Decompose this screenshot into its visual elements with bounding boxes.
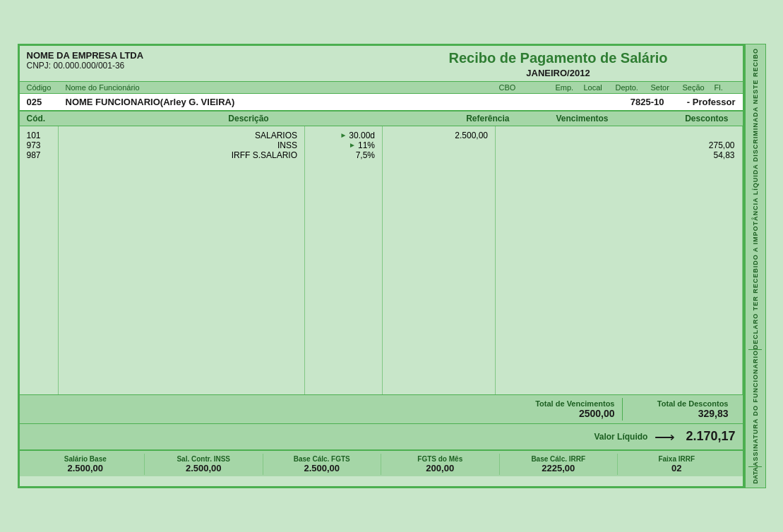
footer-sal-contr-inss: Sal. Contr. INSS 2.500,00 xyxy=(145,454,263,475)
col-label-nome: Nome do Funcionário xyxy=(66,83,499,92)
item-ref-0: ►30.00d xyxy=(312,131,375,140)
footer-faixa-irrf-label: Faixa IRRF xyxy=(621,455,732,463)
liquido-label: Valor Líquido xyxy=(594,432,647,442)
footer-sal-contr-inss-value: 2.500,00 xyxy=(148,463,259,473)
th-vencimentos: Vencimentos xyxy=(510,114,623,123)
payslip-title: Recibo de Pagamento de Salário xyxy=(381,50,736,66)
item-ref-1: ►11% xyxy=(312,140,375,150)
footer-salario-base-label: Salário Base xyxy=(30,455,141,463)
col-label-local: Local xyxy=(584,83,616,92)
liquido-value: 2.170,17 xyxy=(686,429,735,444)
header: NOME DA EMPRESA LTDA CNPJ: 00.000.000/00… xyxy=(20,46,743,82)
item-desc-0 xyxy=(503,131,735,140)
col-label-emp: Emp. xyxy=(556,83,584,92)
table-header: Cód. Descrição Referência Vencimentos De… xyxy=(20,111,743,126)
footer-sal-contr-inss-label: Sal. Contr. INSS xyxy=(148,455,259,463)
footer-base-calc-irrf: Base Cálc. IRRF 2225,00 xyxy=(500,454,618,475)
sidebar-text-data: DATA xyxy=(752,467,759,484)
item-venc-2 xyxy=(390,150,488,160)
item-desc-2: IRFF S.SALARIO xyxy=(66,150,298,160)
footer-base-calc-fgts-value: 2.500,00 xyxy=(267,463,378,473)
col-label-depto: Depto. xyxy=(616,83,651,92)
footer-fgts-mes-value: 200,00 xyxy=(385,463,496,473)
payslip-period: JANEIRO/2012 xyxy=(381,68,736,78)
header-right: Recibo de Pagamento de Salário JANEIRO/2… xyxy=(381,50,736,78)
col-label-cbo: CBO xyxy=(499,83,556,92)
employee-cbo: 7825-10 xyxy=(630,97,687,107)
item-desc-0: SALARIOS xyxy=(66,131,298,140)
th-cod: Cód. xyxy=(27,114,66,123)
employee-data-row: 025 NOME FUNCIONARIO(Arley G. VIEIRA) 78… xyxy=(20,94,743,111)
th-descontos: Descontos xyxy=(623,114,736,123)
col-label-secao: Seção xyxy=(683,83,715,92)
totals-vencimentos: Total de Vencimentos 2500,00 xyxy=(510,398,623,421)
footer-faixa-irrf: Faixa IRRF 02 xyxy=(618,454,736,475)
footer-section: Salário Base 2.500,00 Sal. Contr. INSS 2… xyxy=(20,449,743,476)
footer-salario-base-value: 2.500,00 xyxy=(30,463,141,473)
footer-fgts-mes: FGTS do Mês 200,00 xyxy=(381,454,500,475)
employee-nome: NOME FUNCIONARIO(Arley G. VIEIRA) xyxy=(66,97,630,107)
col-section-desc: 275,00 54,83 xyxy=(496,126,743,394)
totals-desc-value: 329,83 xyxy=(630,408,729,419)
sidebar: DECLARO TER RECEBIDO A IMPOTÂNCIA LÍQUID… xyxy=(744,44,765,488)
footer-base-calc-irrf-label: Base Cálc. IRRF xyxy=(503,455,614,463)
col-section-desc: SALARIOS INSS IRFF S.SALARIO xyxy=(59,126,306,394)
item-venc-1 xyxy=(390,140,488,150)
col-section-venc: 2.500,00 xyxy=(383,126,496,394)
th-referencia: Referência xyxy=(432,114,510,123)
footer-faixa-irrf-value: 02 xyxy=(621,463,732,473)
main-content: NOME DA EMPRESA LTDA CNPJ: 00.000.000/00… xyxy=(18,44,744,488)
item-cod-0: 101 xyxy=(27,131,51,140)
footer-salario-base: Salário Base 2.500,00 xyxy=(27,454,145,475)
item-cod-2: 987 xyxy=(27,150,51,160)
footer-base-calc-fgts-label: Base Cálc. FGTS xyxy=(267,455,378,463)
col-label-fl: Fl. xyxy=(715,83,736,92)
totals-spacer xyxy=(27,398,510,421)
item-venc-0: 2.500,00 xyxy=(390,131,488,140)
col-section-ref: ►30.00d ►11% 7,5% xyxy=(305,126,383,394)
totals-desc-label: Total de Descontos xyxy=(630,399,729,408)
company-name: NOME DA EMPRESA LTDA xyxy=(27,50,381,61)
footer-base-calc-irrf-value: 2225,00 xyxy=(503,463,614,473)
totals-venc-label: Total de Vencimentos xyxy=(517,399,615,408)
employee-codigo: 025 xyxy=(27,97,66,107)
col-label-setor: Setor xyxy=(651,83,683,92)
employee-cargo: - Professor xyxy=(687,97,736,107)
liquido-row: Valor Líquido ⟶ 2.170,17 xyxy=(20,423,743,449)
sidebar-text-assinatura: ASSINATURA DO FUNCIONARIO xyxy=(752,350,759,466)
item-cod-1: 973 xyxy=(27,140,51,150)
footer-fgts-mes-label: FGTS do Mês xyxy=(385,455,496,463)
sidebar-text-declaro: DECLARO TER RECEBIDO A IMPOTÂNCIA LÍQUID… xyxy=(752,48,759,349)
col-section-cod: 101 973 987 xyxy=(20,126,59,394)
table-body: 101 973 987 SALARIOS INSS IRFF S.SALARIO… xyxy=(20,126,743,394)
employee-header-labels: Código Nome do Funcionário CBO Emp. Loca… xyxy=(20,82,743,94)
cnpj: CNPJ: 00.000.000/001-36 xyxy=(27,61,381,71)
totals-row: Total de Vencimentos 2500,00 Total de De… xyxy=(20,394,743,423)
header-left: NOME DA EMPRESA LTDA CNPJ: 00.000.000/00… xyxy=(27,50,381,78)
item-ref-2: 7,5% xyxy=(312,150,375,160)
totals-descontos: Total de Descontos 329,83 xyxy=(623,398,736,421)
th-descricao: Descrição xyxy=(66,114,432,123)
totals-venc-value: 2500,00 xyxy=(517,408,615,419)
item-desc-1: INSS xyxy=(66,140,298,150)
footer-base-calc-fgts: Base Cálc. FGTS 2.500,00 xyxy=(263,454,382,475)
item-desc-1: 275,00 xyxy=(503,140,735,150)
item-desc-2: 54,83 xyxy=(503,150,735,160)
col-label-codigo: Código xyxy=(27,83,66,92)
payslip-container: NOME DA EMPRESA LTDA CNPJ: 00.000.000/00… xyxy=(18,44,766,488)
arrow-right-icon: ⟶ xyxy=(655,428,675,445)
